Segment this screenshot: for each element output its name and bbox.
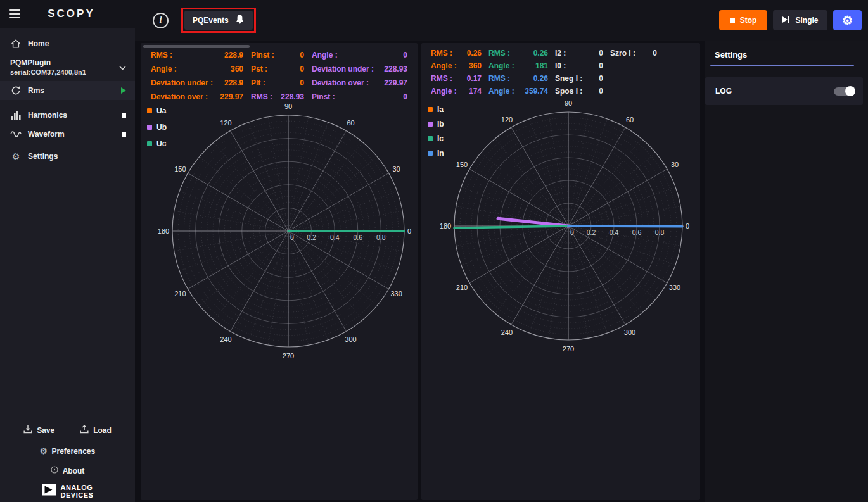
- sidebar-item-pqmplugin[interactable]: PQMPlugin serial:COM37,2400,8n1: [0, 53, 135, 81]
- angle-tick-label: 300: [624, 329, 635, 336]
- legend-label: In: [437, 149, 444, 158]
- angle-tick-label: 210: [174, 290, 186, 298]
- stat-value: 0.26: [467, 49, 482, 58]
- stat-value: 0: [403, 92, 407, 101]
- load-button[interactable]: Load: [80, 425, 112, 436]
- save-button[interactable]: Save: [23, 425, 54, 436]
- stop-button[interactable]: Stop: [719, 10, 767, 30]
- voltage-polar-chart-panel: 030609012015018021024027030033000.20.40.…: [141, 43, 418, 500]
- sidebar-item-settings[interactable]: ⚙ Settings: [0, 147, 135, 166]
- sidebar-item-harmonics[interactable]: Harmonics: [0, 106, 135, 125]
- legend-item-Ic[interactable]: Ic: [428, 134, 444, 142]
- angle-tick-label: 270: [283, 352, 294, 360]
- chevron-down-icon[interactable]: [119, 61, 126, 73]
- stat-label: Spos I :: [555, 87, 582, 96]
- adi-brand-line1: ANALOG: [61, 484, 94, 491]
- legend-item-Ua[interactable]: Ua: [147, 106, 167, 115]
- legend-label: Ua: [156, 106, 166, 115]
- stats-row: RMS :0.17RMS :0.26Sneg I :0: [431, 72, 657, 85]
- legend-swatch-icon: [147, 141, 152, 146]
- stat-value: 181: [535, 61, 548, 70]
- gear-icon: ⚙: [842, 15, 853, 27]
- settings-panel: Settings LOG: [705, 41, 868, 502]
- angle-tick-label: 180: [158, 227, 169, 235]
- pqevents-button[interactable]: PQEvents: [184, 11, 253, 30]
- sidebar-item-rms[interactable]: Rms: [0, 81, 135, 100]
- stop-icon: [730, 18, 735, 23]
- current-polar-chart-panel: 030609012015018021024027030033000.20.40.…: [421, 43, 700, 500]
- sidebar-item-label: Settings: [28, 152, 58, 161]
- device-text: PQMPlugin serial:COM37,2400,8n1: [10, 58, 86, 76]
- bell-icon: [235, 14, 245, 27]
- legend-swatch-icon: [147, 125, 152, 130]
- preferences-button[interactable]: ⚙ Preferences: [0, 441, 135, 461]
- stat-cell: Angle :181: [488, 61, 548, 70]
- harmonics-state-square-icon[interactable]: [122, 113, 126, 118]
- radial-tick-label: 0.4: [330, 234, 340, 241]
- log-toggle[interactable]: [834, 87, 854, 96]
- radial-tick-label: 0.6: [632, 229, 642, 236]
- legend-label: Uc: [156, 139, 166, 148]
- legend-item-Ub[interactable]: Ub: [147, 123, 167, 131]
- legend-item-Uc[interactable]: Uc: [147, 139, 167, 147]
- stat-value: 0: [653, 49, 657, 58]
- stat-label: Plt :: [251, 78, 265, 87]
- stats-row: Deviation over :229.97RMS :228.93Pinst :…: [151, 90, 407, 104]
- stat-value: 0: [599, 49, 603, 58]
- legend-item-In[interactable]: In: [428, 149, 444, 157]
- run-controls: Stop Single ⚙: [719, 10, 862, 30]
- stat-cell: RMS :228.9: [151, 51, 243, 60]
- info-icon[interactable]: i: [153, 13, 169, 28]
- stat-value: 0: [599, 87, 603, 96]
- stat-cell: Deviation over :229.97: [151, 92, 243, 101]
- hamburger-menu-icon[interactable]: [0, 0, 29, 28]
- current-stats-grid: RMS :0.26RMS :0.26I2 :0Szro I :0Angle :3…: [431, 47, 657, 97]
- stat-cell: Sneg I :0: [555, 74, 603, 83]
- legend-item-Ia[interactable]: Ia: [428, 105, 444, 113]
- stat-label: Deviation under :: [151, 78, 213, 87]
- waveform-state-square-icon[interactable]: [122, 132, 126, 137]
- sidebar-nav: Home PQMPlugin serial:COM37,2400,8n1 Rms…: [0, 28, 135, 166]
- legend-label: Ia: [437, 105, 444, 114]
- single-button[interactable]: Single: [773, 10, 827, 30]
- stat-value: 360: [469, 61, 482, 70]
- about-label: About: [63, 467, 85, 475]
- series-line-Ib: [498, 218, 568, 226]
- rms-running-play-icon[interactable]: [121, 87, 126, 94]
- voltage-legend: UaUbUc: [147, 106, 167, 147]
- legend-item-Ib[interactable]: Ib: [428, 120, 444, 128]
- adi-brand-line2: DEVICES: [61, 491, 94, 499]
- about-button[interactable]: About: [0, 461, 135, 480]
- stat-value: 0: [599, 74, 603, 83]
- voltage-polar-plot: 030609012015018021024027030033000.20.40.…: [141, 43, 418, 500]
- stat-cell: RMS :0.17: [431, 74, 482, 83]
- legend-label: Ib: [437, 120, 444, 129]
- angle-tick-label: 0: [686, 222, 689, 230]
- home-icon: [10, 39, 22, 48]
- stats-row: Angle :360Angle :181I0 :0: [431, 60, 657, 72]
- stat-value: 228.9: [224, 51, 243, 60]
- sidebar: SCOPY Home PQMPlugin serial:COM37,2400,8…: [0, 0, 135, 502]
- load-icon: [80, 425, 89, 436]
- waveform-icon: [10, 130, 22, 138]
- stat-label: Angle :: [431, 61, 457, 70]
- device-name: PQMPlugin: [10, 58, 86, 67]
- settings-gear-button[interactable]: ⚙: [833, 10, 862, 30]
- radial-tick-label: 0.6: [353, 234, 362, 241]
- sidebar-item-home[interactable]: Home: [0, 34, 135, 53]
- stat-label: I2 :: [555, 49, 566, 58]
- stat-cell: Angle :360: [151, 65, 243, 73]
- stat-cell: I0 :0: [555, 61, 603, 70]
- save-label: Save: [37, 426, 54, 435]
- series-line-Ic: [454, 226, 568, 228]
- polar-tick-labels: 030609012015018021024027030033000.20.40.…: [440, 99, 689, 353]
- gear-icon: ⚙: [40, 446, 48, 456]
- radial-tick-label: 0.4: [610, 229, 619, 236]
- angle-tick-label: 120: [501, 116, 513, 123]
- radial-tick-label: 0.2: [307, 234, 316, 241]
- current-legend: IaIbIcIn: [428, 105, 444, 157]
- sidebar-item-waveform[interactable]: Waveform: [0, 125, 135, 144]
- stat-label: RMS :: [488, 74, 510, 83]
- sidebar-footer: Save Load ⚙ Preferences About ANA: [0, 419, 135, 502]
- sidebar-item-label: Home: [28, 39, 49, 48]
